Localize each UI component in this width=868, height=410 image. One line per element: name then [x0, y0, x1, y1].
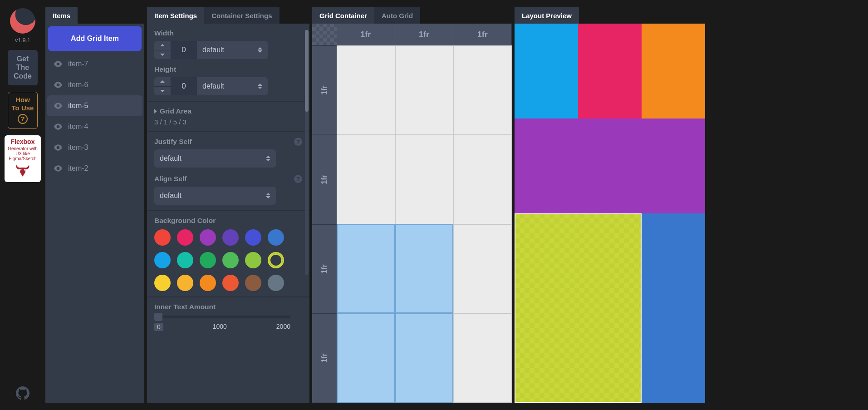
bull-icon — [15, 163, 31, 178]
preview-tile[interactable] — [515, 119, 705, 213]
get-the-code-button[interactable]: Get The Code — [8, 50, 38, 85]
grid-container-panel: Grid Container Auto Grid 1fr1fr1fr1fr1fr… — [312, 7, 512, 403]
grid-cell[interactable] — [337, 313, 395, 403]
list-item[interactable]: item-7 — [47, 54, 142, 74]
color-swatch[interactable] — [177, 275, 193, 291]
color-swatch[interactable] — [200, 229, 216, 246]
svg-point-1 — [24, 169, 25, 170]
color-swatch[interactable] — [222, 252, 239, 268]
align-self-select[interactable]: default — [154, 187, 276, 205]
eye-icon — [54, 123, 63, 130]
tab-auto-grid[interactable]: Auto Grid — [374, 7, 420, 24]
width-stepper[interactable] — [154, 41, 171, 59]
item-label: item-2 — [68, 164, 88, 173]
background-color-label: Background Color — [154, 217, 302, 225]
grid-cell[interactable] — [395, 313, 454, 403]
tab-items[interactable]: Items — [45, 7, 78, 24]
flexbox-promo-card[interactable]: Flexbox Generator with UX like Figma/Ske… — [5, 135, 41, 182]
grid-cell[interactable] — [453, 135, 512, 224]
color-swatch[interactable] — [245, 275, 261, 291]
grid-cell[interactable] — [337, 135, 395, 224]
how-to-use-button[interactable]: How To Use ? — [8, 92, 38, 129]
grid-cell[interactable] — [453, 224, 512, 314]
align-self-label: Align Self — [154, 175, 186, 183]
items-panel: Items Add Grid Item item-7item-6item-5it… — [45, 7, 144, 403]
width-input[interactable] — [171, 41, 197, 59]
help-icon[interactable]: ? — [294, 138, 302, 146]
color-swatch[interactable] — [245, 252, 261, 268]
list-item[interactable]: item-4 — [47, 116, 142, 137]
tab-container-settings[interactable]: Container Settings — [204, 7, 279, 24]
color-swatch[interactable] — [200, 252, 216, 268]
color-swatch[interactable] — [177, 229, 193, 246]
grid-cell[interactable] — [395, 135, 454, 224]
justify-self-value: default — [160, 154, 181, 163]
justify-self-label: Justify Self — [154, 138, 192, 146]
item-label: item-6 — [68, 81, 88, 89]
width-unit-value: default — [202, 46, 224, 54]
item-label: item-3 — [68, 143, 88, 152]
eye-icon — [54, 144, 63, 151]
height-label: Height — [154, 65, 302, 74]
height-input[interactable] — [171, 77, 197, 95]
grid-row-header[interactable]: 1fr — [312, 313, 337, 403]
scrollbar-thumb[interactable] — [305, 30, 309, 112]
grid-row-header[interactable]: 1fr — [312, 45, 337, 135]
color-swatch[interactable] — [177, 252, 193, 268]
width-step-down[interactable] — [154, 50, 171, 59]
grid-cell[interactable] — [337, 45, 395, 135]
width-unit-select[interactable]: default — [197, 41, 268, 59]
height-step-up[interactable] — [154, 77, 171, 86]
list-item[interactable]: item-6 — [47, 74, 142, 95]
color-swatch[interactable] — [222, 229, 239, 246]
list-item[interactable]: item-5 — [47, 95, 142, 116]
height-step-down[interactable] — [154, 86, 171, 96]
add-grid-item-button[interactable]: Add Grid Item — [48, 26, 142, 51]
grid-cell[interactable] — [337, 224, 395, 314]
height-unit-select[interactable]: default — [197, 77, 268, 95]
grid-cell[interactable] — [453, 313, 512, 403]
preview-tile[interactable] — [515, 213, 642, 403]
grid-row-header[interactable]: 1fr — [312, 135, 337, 224]
item-label: item-4 — [68, 123, 88, 131]
help-icon[interactable]: ? — [294, 175, 302, 183]
preview-tile[interactable] — [642, 24, 705, 119]
color-swatch[interactable] — [200, 275, 216, 291]
grid-cell[interactable] — [395, 45, 454, 135]
item-label: item-5 — [68, 102, 88, 110]
color-swatch[interactable] — [154, 229, 171, 246]
preview-tile[interactable] — [578, 24, 642, 119]
inner-text-amount-label: Inner Text Amount — [154, 303, 302, 311]
tab-item-settings[interactable]: Item Settings — [147, 7, 204, 24]
color-swatch[interactable] — [154, 275, 171, 291]
width-step-up[interactable] — [154, 41, 171, 50]
github-link[interactable] — [16, 386, 29, 402]
how-to-use-label: How To Use — [12, 96, 34, 112]
grid-row-header[interactable]: 1fr — [312, 224, 337, 314]
color-swatch[interactable] — [154, 252, 171, 268]
grid-column-header[interactable]: 1fr — [337, 24, 395, 45]
settings-panel: Item Settings Container Settings Width d… — [147, 7, 309, 403]
color-swatch[interactable] — [268, 229, 284, 246]
color-swatch[interactable] — [268, 275, 284, 291]
grid-cell[interactable] — [453, 45, 512, 135]
grid-cell[interactable] — [395, 224, 454, 314]
grid-column-header[interactable]: 1fr — [395, 24, 454, 45]
tab-grid-container[interactable]: Grid Container — [312, 7, 374, 24]
grid-column-header[interactable]: 1fr — [453, 24, 512, 45]
list-item[interactable]: item-2 — [47, 158, 142, 179]
flexbox-title: Flexbox — [7, 138, 38, 145]
color-swatch[interactable] — [222, 275, 239, 291]
color-swatch[interactable] — [245, 229, 261, 246]
justify-self-select[interactable]: default — [154, 149, 276, 168]
inner-text-slider[interactable]: 0 1000 2000 — [154, 316, 290, 331]
grid-corner — [312, 24, 337, 45]
preview-tile[interactable] — [642, 213, 705, 403]
preview-tile[interactable] — [515, 24, 578, 119]
left-rail: v1.9.1 Get The Code How To Use ? Flexbox… — [0, 0, 45, 410]
slider-thumb[interactable] — [154, 313, 162, 321]
list-item[interactable]: item-3 — [47, 137, 142, 158]
color-swatch[interactable] — [268, 252, 284, 268]
height-stepper[interactable] — [154, 77, 171, 95]
tab-layout-preview[interactable]: Layout Preview — [515, 7, 579, 24]
